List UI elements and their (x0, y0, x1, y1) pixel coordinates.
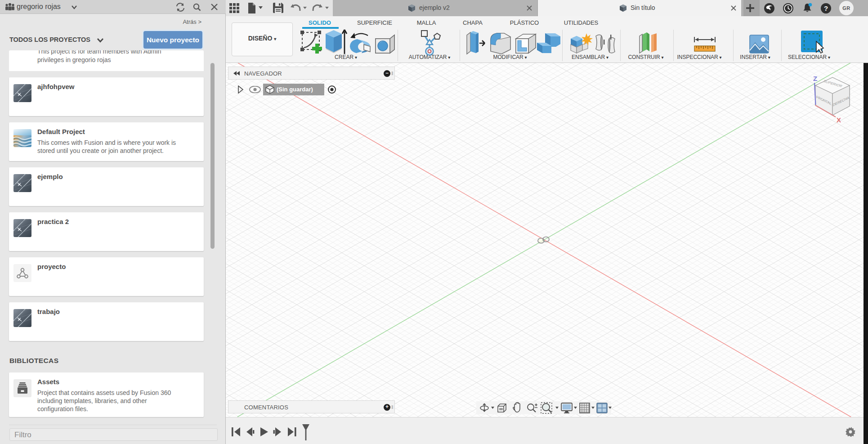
svg-text:?: ? (824, 4, 828, 12)
svg-text:X: X (837, 116, 841, 124)
svg-text:Z: Z (813, 75, 817, 82)
